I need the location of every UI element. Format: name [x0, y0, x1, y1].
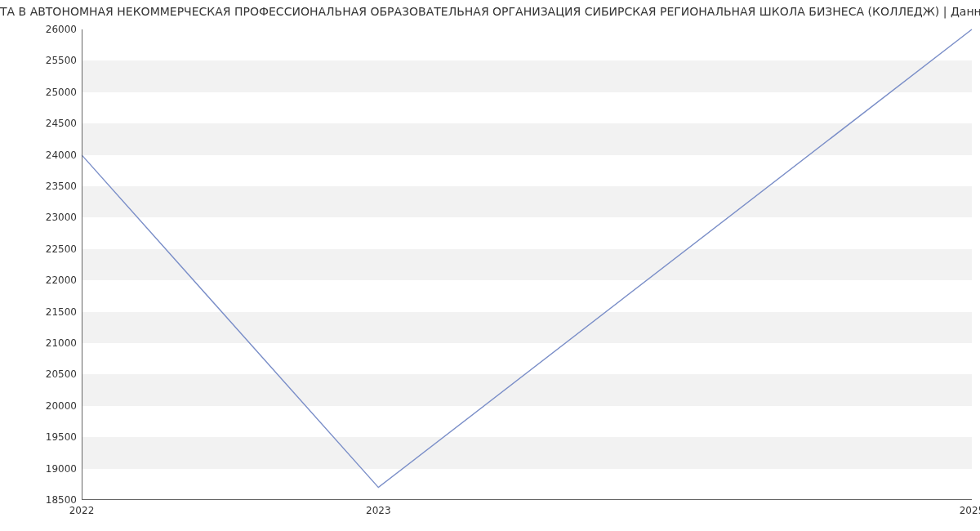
y-tick-label: 21500: [3, 306, 77, 318]
y-tick-label: 23500: [3, 181, 77, 192]
y-tick-label: 18500: [3, 494, 77, 506]
y-tick-label: 24500: [3, 118, 77, 129]
axis-y: [82, 29, 82, 500]
y-tick-label: 24000: [3, 149, 77, 161]
y-tick-label: 20000: [3, 400, 77, 412]
x-tick-label: 2022: [69, 505, 95, 516]
plot-area: [82, 29, 972, 500]
y-tick-label: 26000: [3, 24, 77, 35]
y-tick-label: 19500: [3, 431, 77, 443]
y-tick-label: 25000: [3, 87, 77, 98]
x-tick-label: 2025: [960, 505, 980, 516]
y-tick-label: 20500: [3, 368, 77, 380]
x-tick-label: 2023: [366, 505, 391, 516]
axis-x: [82, 499, 972, 500]
y-tick-label: 25500: [3, 55, 77, 66]
y-tick-label: 22000: [3, 274, 77, 286]
y-tick-label: 21000: [3, 337, 77, 349]
line-series: [82, 29, 972, 500]
y-tick-label: 19000: [3, 463, 77, 475]
y-tick-label: 22500: [3, 243, 77, 255]
chart-title: ТА В АВТОНОМНАЯ НЕКОММЕРЧЕСКАЯ ПРОФЕССИО…: [0, 5, 980, 18]
y-tick-label: 23000: [3, 212, 77, 223]
